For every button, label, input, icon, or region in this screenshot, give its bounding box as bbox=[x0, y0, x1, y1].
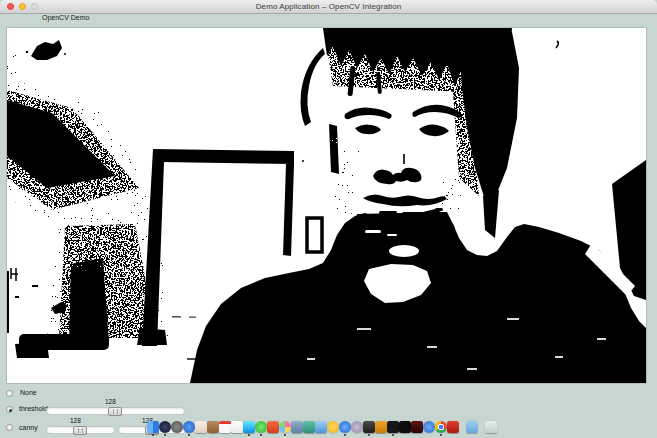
dock-icon-amber-app[interactable] bbox=[375, 421, 387, 433]
dock-icon-blue-circle-app-2[interactable] bbox=[423, 421, 435, 433]
radio-canny[interactable] bbox=[6, 424, 13, 431]
dock-icon-black-app-1[interactable] bbox=[387, 421, 399, 433]
dock-icon-facetime[interactable] bbox=[255, 421, 267, 433]
radio-canny-label[interactable]: canny bbox=[19, 424, 38, 431]
threshold-slider-handle[interactable] bbox=[108, 407, 122, 416]
title-bar[interactable]: Demo Application – OpenCV Integration bbox=[0, 0, 657, 14]
window-title: Demo Application – OpenCV Integration bbox=[0, 2, 657, 11]
running-indicator bbox=[188, 434, 190, 436]
running-indicator bbox=[392, 434, 394, 436]
dock-icon-photos[interactable] bbox=[279, 421, 291, 433]
dock-icon-terminal[interactable] bbox=[363, 421, 375, 433]
dock-icon-textedit[interactable] bbox=[231, 421, 243, 433]
dock-icon-mini-white-app[interactable] bbox=[195, 421, 207, 433]
running-indicator bbox=[284, 434, 286, 436]
threshold-slider-value: 128 bbox=[105, 398, 116, 405]
dock-icon-teal-app[interactable] bbox=[303, 421, 315, 433]
dock bbox=[147, 421, 497, 437]
dock-icon-lavender-app[interactable] bbox=[351, 421, 363, 433]
dock-icon-yellow-circle-app[interactable] bbox=[327, 421, 339, 433]
dock-icon-mail[interactable] bbox=[315, 421, 327, 433]
dock-icon-orange-app[interactable] bbox=[267, 421, 279, 433]
running-indicator bbox=[260, 434, 262, 436]
dock-icon-black-app-2[interactable] bbox=[399, 421, 411, 433]
radio-none[interactable] bbox=[6, 390, 13, 397]
running-indicator bbox=[248, 434, 250, 436]
dock-icon-downloads-folder[interactable] bbox=[466, 421, 478, 433]
dock-icon-launchpad[interactable] bbox=[159, 421, 171, 433]
dock-icon-chrome[interactable] bbox=[435, 421, 447, 433]
dock-icon-finder[interactable] bbox=[147, 421, 159, 433]
menu-item-opencv-demo[interactable]: OpenCV Demo bbox=[42, 14, 89, 21]
dock-icon-trash[interactable] bbox=[485, 421, 497, 433]
running-indicator bbox=[344, 434, 346, 436]
dock-icon-messages[interactable] bbox=[243, 421, 255, 433]
dock-icon-notes[interactable] bbox=[207, 421, 219, 433]
menu-bar: OpenCV Demo bbox=[0, 14, 657, 27]
radio-none-label[interactable]: None bbox=[20, 389, 37, 396]
dock-icon-dark-red-app[interactable] bbox=[411, 421, 423, 433]
running-indicator bbox=[368, 434, 370, 436]
dock-icon-system-gray[interactable] bbox=[171, 421, 183, 433]
canny-slider-1-value: 128 bbox=[70, 417, 81, 424]
dock-icon-blue-circle-app[interactable] bbox=[183, 421, 195, 433]
radio-threshold[interactable] bbox=[6, 406, 13, 413]
dock-icon-safari[interactable] bbox=[339, 421, 351, 433]
dock-icon-adobe-red-app[interactable] bbox=[447, 421, 459, 433]
threshold-image bbox=[7, 28, 646, 383]
running-indicator bbox=[164, 434, 166, 436]
running-indicator bbox=[440, 434, 442, 436]
canny-slider-1-handle[interactable] bbox=[73, 426, 87, 435]
running-indicator bbox=[152, 434, 154, 436]
camera-preview-image bbox=[7, 28, 646, 383]
dock-icon-calendar[interactable] bbox=[219, 421, 231, 433]
dock-icon-steel-blue-app[interactable] bbox=[291, 421, 303, 433]
radio-threshold-label[interactable]: threshold bbox=[19, 405, 48, 412]
